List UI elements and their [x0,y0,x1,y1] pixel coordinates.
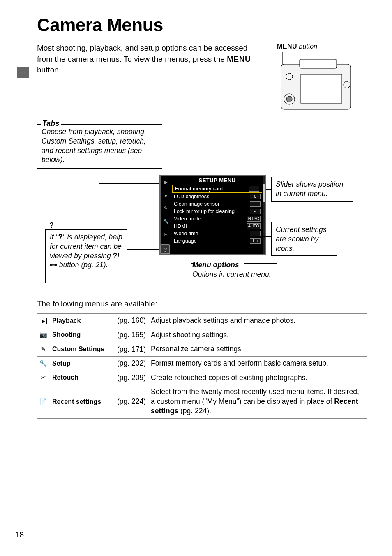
lcd-row: World time-- [171,230,263,237]
page-number: 18 [15,530,24,540]
current-settings-callout: Current settings are shown by icons. [271,222,337,256]
table-row: ✎ Custom Settings (pg. 171) Personalize … [37,342,367,357]
recent-icon: 📄 [37,385,50,419]
menuopts-title: Menu options [192,260,299,270]
lcd-row: LanguageEn [171,237,263,245]
table-row: 📷 Shooting (pg. 165) Adjust shooting set… [37,328,367,342]
diagram-area: Tabs Choose from playback, shooting, Cus… [37,119,367,288]
side-tab-icon: ⋯ [17,67,29,78]
question-mark-icon: ? [58,233,63,241]
table-row: 📄 Recent settings (pg. 224) Select from … [37,385,367,419]
svg-rect-3 [300,59,337,68]
lcd-tab-shooting: ● [161,189,171,202]
lcd-screen: ▶ ● ✎ 🔧 ✂ 📄 SETUP MENU Format memory car… [159,175,266,255]
playback-icon: ▶ [37,314,50,328]
lcd-tab-setup: 🔧 [161,215,171,228]
menuopts-body: Options in current menu. [192,270,271,278]
svg-point-7 [286,96,292,102]
lcd-row: HDMIAUTO [171,222,263,230]
svg-rect-4 [301,74,342,103]
below-text: The following menus are available: [37,299,367,308]
menu-word: MENU [227,55,251,63]
page-title: Camera Menus [37,15,367,35]
lcd-row: Format memory card-- [172,185,262,193]
menu-label-suffix: button [297,43,317,50]
lcd-row: Lock mirror up for cleaning-- [171,208,263,215]
lcd-tab-retouch: ✂ [161,228,171,241]
menu-label-prefix: MENU [277,43,297,50]
help-callout: If "?" is displayed, help for current it… [45,229,127,283]
lcd-tab-playback: ▶ [161,176,171,189]
table-row: ▶ Playback (pg. 160) Adjust playback set… [37,314,367,328]
menus-table: ▶ Playback (pg. 160) Adjust playback set… [37,313,367,419]
intro-text: Most shooting, playback, and setup optio… [37,43,265,115]
setup-icon: 🔧 [37,356,50,371]
question-icon: ? [49,221,54,230]
tabs-callout-title: Tabs [41,119,61,128]
camera-figure: MENU button [277,43,367,115]
table-row: 🔧 Setup (pg. 202) Format memory cards an… [37,356,367,371]
intro-before: Most shooting, playback, and setup optio… [37,44,247,63]
lcd-row: Video modeNTSC [171,215,263,222]
lcd-title: SETUP MENU [171,176,263,185]
lcd-tab-custom: ✎ [161,202,171,215]
slider-callout: Slider shows position in current menu. [271,177,353,202]
lcd-help-icon: ? [160,244,170,254]
lcd-row: Clean image sensor-- [171,200,263,208]
camera-illustration [277,52,351,114]
table-row: ✂ Retouch (pg. 209) Create retouched cop… [37,371,367,385]
retouch-icon: ✂ [37,371,50,385]
custom-icon: ✎ [37,342,50,357]
tabs-callout-body: Choose from playback, shooting, Custom S… [42,127,146,164]
tabs-callout: Tabs Choose from playback, shooting, Cus… [37,124,162,169]
intro-after: button. [37,65,61,74]
lcd-row: LCD brightness0 [171,193,263,200]
shooting-icon: 📷 [37,328,50,342]
